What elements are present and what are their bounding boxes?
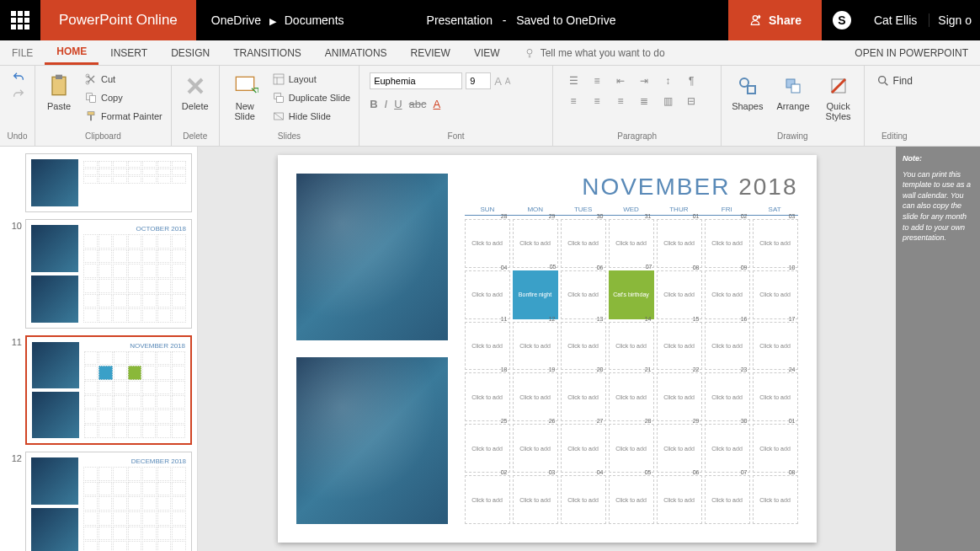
align-left-button[interactable]: ≡: [571, 95, 577, 107]
italic-button[interactable]: I: [385, 98, 388, 110]
justify-button[interactable]: ≣: [640, 95, 648, 107]
tab-transitions[interactable]: TRANSITIONS: [221, 40, 313, 65]
calendar-day[interactable]: 23Click to add: [705, 372, 750, 421]
delete-button[interactable]: Delete: [177, 71, 214, 113]
calendar-day[interactable]: 29Click to add: [657, 424, 702, 473]
thumbnail-panel[interactable]: 10 OCTOBER 2018 11 NOVEMBER 2018 12 DECE…: [0, 147, 198, 551]
calendar-day[interactable]: 31Click to add: [609, 219, 654, 268]
calendar-day[interactable]: 27Click to add: [561, 424, 606, 473]
calendar-day[interactable]: 11Click to add: [465, 322, 510, 371]
calendar-day[interactable]: 08Click to add: [753, 475, 798, 524]
skype-icon[interactable]: S: [822, 0, 862, 40]
calendar-day[interactable]: 05Click to add: [609, 475, 654, 524]
calendar-day[interactable]: 26Click to add: [513, 424, 558, 473]
slide-image-bottom[interactable]: [296, 357, 448, 524]
font-size-input[interactable]: [466, 72, 491, 89]
tell-me-search[interactable]: Tell me what you want to do: [512, 40, 677, 65]
calendar-day[interactable]: 29Click to add: [513, 219, 558, 268]
calendar-day[interactable]: 04Click to add: [561, 475, 606, 524]
slide-thumbnail-11[interactable]: 11 NOVEMBER 2018: [0, 332, 197, 448]
text-direction-button[interactable]: ¶: [689, 75, 694, 87]
font-family-input[interactable]: [370, 72, 462, 89]
slide-canvas[interactable]: NOVEMBER 2018 SUNMONTUESWEDTHURFRISAT 28…: [198, 147, 896, 551]
bold-button[interactable]: B: [370, 98, 377, 110]
open-in-powerpoint-link[interactable]: OPEN IN POWERPOINT: [843, 40, 980, 65]
align-right-button[interactable]: ≡: [618, 95, 624, 107]
underline-button[interactable]: U: [394, 98, 402, 110]
share-button[interactable]: Share: [728, 0, 822, 40]
calendar-day[interactable]: 01Click to add: [657, 219, 702, 268]
tab-design[interactable]: DESIGN: [159, 40, 221, 65]
format-painter-button[interactable]: Format Painter: [81, 108, 166, 125]
sign-out-link[interactable]: Sign o: [929, 13, 980, 27]
calendar-day[interactable]: 02Click to add: [705, 219, 750, 268]
calendar-day[interactable]: 15Click to add: [657, 322, 702, 371]
calendar-day[interactable]: 22Click to add: [657, 372, 702, 421]
calendar-day[interactable]: 30Click to add: [561, 219, 606, 268]
calendar-day[interactable]: 07Click to add: [705, 475, 750, 524]
calendar-day[interactable]: 12Click to add: [513, 322, 558, 371]
calendar-day[interactable]: 10Click to add: [753, 270, 798, 319]
calendar-day[interactable]: 07Cat's birthday: [609, 270, 654, 319]
calendar-day[interactable]: 25Click to add: [465, 424, 510, 473]
paste-button[interactable]: Paste: [40, 71, 77, 113]
line-spacing-button[interactable]: ↕: [665, 75, 670, 87]
cut-button[interactable]: Cut: [81, 71, 166, 88]
slide-content[interactable]: NOVEMBER 2018 SUNMONTUESWEDTHURFRISAT 28…: [278, 155, 817, 543]
calendar-day[interactable]: 06Click to add: [561, 270, 606, 319]
slide-images[interactable]: [296, 174, 448, 524]
new-slide-button[interactable]: New Slide: [225, 71, 265, 123]
tab-animations[interactable]: ANIMATIONS: [313, 40, 399, 65]
document-name[interactable]: Presentation: [427, 13, 493, 27]
bullets-button[interactable]: ☰: [569, 75, 578, 87]
font-color-button[interactable]: A: [434, 98, 441, 110]
copy-button[interactable]: Copy: [81, 89, 166, 106]
tab-review[interactable]: REVIEW: [399, 40, 462, 65]
redo-icon[interactable]: [12, 88, 25, 101]
calendar-day[interactable]: 03Click to add: [753, 219, 798, 268]
calendar-day[interactable]: 04Click to add: [465, 270, 510, 319]
calendar-day[interactable]: 18Click to add: [465, 372, 510, 421]
decrease-indent-button[interactable]: ⇤: [616, 75, 625, 87]
shrink-font-icon[interactable]: A: [505, 77, 511, 86]
calendar-day[interactable]: 03Click to add: [513, 475, 558, 524]
arrange-button[interactable]: Arrange: [771, 71, 814, 113]
app-launcher-icon[interactable]: [0, 0, 40, 40]
quick-styles-button[interactable]: Quick Styles: [818, 71, 859, 123]
tab-view[interactable]: VIEW: [462, 40, 512, 65]
duplicate-slide-button[interactable]: Duplicate Slide: [269, 89, 354, 106]
calendar-day[interactable]: 13Click to add: [561, 322, 606, 371]
tab-insert[interactable]: INSERT: [99, 40, 159, 65]
calendar-day[interactable]: 08Click to add: [657, 270, 702, 319]
calendar-day[interactable]: 06Click to add: [657, 475, 702, 524]
slide-thumbnail-12[interactable]: 12 DECEMBER 2018: [0, 448, 197, 551]
calendar-day[interactable]: 01Click to add: [753, 424, 798, 473]
calendar-day[interactable]: 19Click to add: [513, 372, 558, 421]
calendar-day[interactable]: 28Click to add: [609, 424, 654, 473]
calendar-day[interactable]: 02Click to add: [465, 475, 510, 524]
calendar-title[interactable]: NOVEMBER 2018: [465, 174, 798, 201]
grow-font-icon[interactable]: A: [494, 75, 502, 88]
hide-slide-button[interactable]: Hide Slide: [269, 108, 354, 125]
calendar-day[interactable]: 20Click to add: [561, 372, 606, 421]
breadcrumb-root[interactable]: OneDrive: [211, 13, 261, 27]
undo-icon[interactable]: [12, 71, 25, 84]
calendar-day[interactable]: 09Click to add: [705, 270, 750, 319]
slide-thumbnail-partial[interactable]: [0, 150, 197, 216]
increase-indent-button[interactable]: ⇥: [640, 75, 648, 87]
align-center-button[interactable]: ≡: [594, 95, 600, 107]
calendar-day[interactable]: 16Click to add: [705, 322, 750, 371]
shapes-button[interactable]: Shapes: [727, 71, 768, 113]
layout-button[interactable]: Layout: [269, 71, 354, 88]
tab-home[interactable]: HOME: [45, 40, 99, 65]
numbering-button[interactable]: ≡: [594, 75, 600, 87]
calendar-day[interactable]: 21Click to add: [609, 372, 654, 421]
columns-button[interactable]: ▥: [663, 95, 673, 107]
find-button[interactable]: Find: [870, 71, 919, 91]
slide-thumbnail-10[interactable]: 10 OCTOBER 2018: [0, 216, 197, 332]
breadcrumb[interactable]: OneDrive ▶ Documents: [196, 13, 360, 27]
calendar-day[interactable]: 14Click to add: [609, 322, 654, 371]
calendar-day[interactable]: 24Click to add: [753, 372, 798, 421]
user-name[interactable]: Cat Ellis: [862, 13, 929, 27]
calendar-day[interactable]: 28Click to add: [465, 219, 510, 268]
